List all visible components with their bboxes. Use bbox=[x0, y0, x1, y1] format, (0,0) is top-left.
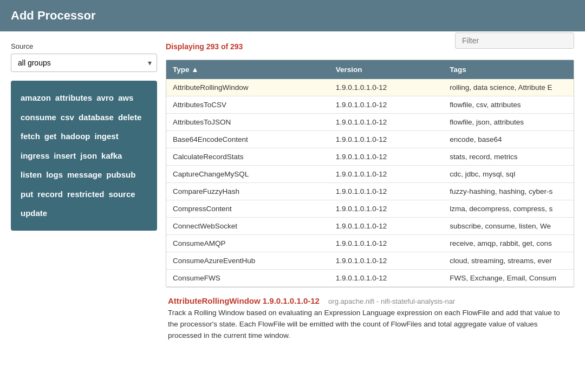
cell-version: 1.9.0.1.0.1.0-12 bbox=[329, 96, 444, 114]
cell-type: AttributeRollingWindow bbox=[166, 79, 329, 96]
cell-type: ConsumeFWS bbox=[166, 270, 329, 287]
cell-tags: lzma, decompress, compress, s bbox=[443, 200, 574, 218]
col-type[interactable]: Type ▲ bbox=[166, 60, 329, 79]
source-label: Source bbox=[11, 42, 157, 50]
cell-type: CalculateRecordStats bbox=[166, 148, 329, 166]
cell-tags: cloud, streaming, streams, ever bbox=[443, 252, 574, 270]
tag-item[interactable]: json bbox=[80, 147, 97, 165]
page-title: Add Processor bbox=[11, 9, 574, 23]
table-row[interactable]: Base64EncodeContent1.9.0.1.0.1.0-12encod… bbox=[166, 131, 574, 148]
tag-item[interactable]: ingress bbox=[21, 147, 49, 165]
cell-type: AttributesToJSON bbox=[166, 114, 329, 131]
tag-item[interactable]: consume bbox=[21, 109, 56, 126]
tag-item[interactable]: source bbox=[108, 186, 135, 203]
cell-type: CaptureChangeMySQL bbox=[166, 166, 329, 183]
table-row[interactable]: CaptureChangeMySQL1.9.0.1.0.1.0-12cdc, j… bbox=[166, 166, 574, 183]
tag-cloud: amazonattributesavroawsconsumecsvdatabas… bbox=[11, 81, 157, 231]
tag-item[interactable]: aws bbox=[118, 89, 133, 107]
tag-item[interactable]: amazon bbox=[21, 89, 51, 107]
cell-type: AttributesToCSV bbox=[166, 96, 329, 114]
header: Add Processor bbox=[0, 0, 585, 31]
cell-type: CompressContent bbox=[166, 200, 329, 218]
cell-version: 1.9.0.1.0.1.0-12 bbox=[329, 114, 444, 131]
table-row[interactable]: ConsumeAzureEventHub1.9.0.1.0.1.0-12clou… bbox=[166, 252, 574, 270]
tag-item[interactable]: kafka bbox=[101, 147, 122, 165]
cell-type: ConsumeAMQP bbox=[166, 235, 329, 252]
col-version[interactable]: Version bbox=[329, 60, 444, 79]
table-row[interactable]: AttributeRollingWindow1.9.0.1.0.1.0-12ro… bbox=[166, 79, 574, 96]
cell-tags: receive, amqp, rabbit, get, cons bbox=[443, 235, 574, 252]
displaying-info: Displaying 293 of 293 bbox=[166, 42, 243, 51]
cell-version: 1.9.0.1.0.1.0-12 bbox=[329, 148, 444, 166]
table-row[interactable]: ConsumeFWS1.9.0.1.0.1.0-12FWS, Exchange,… bbox=[166, 270, 574, 287]
cell-version: 1.9.0.1.0.1.0-12 bbox=[329, 79, 444, 96]
tag-item[interactable]: get bbox=[44, 128, 57, 145]
tag-item[interactable]: database bbox=[79, 109, 114, 126]
cell-version: 1.9.0.1.0.1.0-12 bbox=[329, 270, 444, 287]
cell-tags: FWS, Exchange, Email, Consum bbox=[443, 270, 574, 287]
table-row[interactable]: CalculateRecordStats1.9.0.1.0.1.0-12stat… bbox=[166, 148, 574, 166]
tag-item[interactable]: hadoop bbox=[61, 128, 90, 145]
tag-item[interactable]: ingest bbox=[95, 128, 119, 145]
detail-title: AttributeRollingWindow 1.9.0.1.0.1.0-12 … bbox=[168, 296, 572, 305]
table-row[interactable]: AttributesToCSV1.9.0.1.0.1.0-12flowfile,… bbox=[166, 96, 574, 114]
cell-tags: flowfile, csv, attributes bbox=[443, 96, 574, 114]
left-panel: Source all groups amazonattributesavroaw… bbox=[11, 42, 157, 342]
cell-tags: subscribe, consume, listen, We bbox=[443, 218, 574, 235]
cell-tags: cdc, jdbc, mysql, sql bbox=[443, 166, 574, 183]
cell-version: 1.9.0.1.0.1.0-12 bbox=[329, 252, 444, 270]
cell-tags: flowfile, json, attributes bbox=[443, 114, 574, 131]
tag-item[interactable]: attributes bbox=[55, 89, 92, 107]
col-tags[interactable]: Tags bbox=[443, 60, 574, 79]
tag-item[interactable]: insert bbox=[54, 147, 76, 165]
cell-version: 1.9.0.1.0.1.0-12 bbox=[329, 166, 444, 183]
cell-version: 1.9.0.1.0.1.0-12 bbox=[329, 183, 444, 200]
cell-type: ConsumeAzureEventHub bbox=[166, 252, 329, 270]
cell-type: Base64EncodeContent bbox=[166, 131, 329, 148]
table-row[interactable]: CompressContent1.9.0.1.0.1.0-12lzma, dec… bbox=[166, 200, 574, 218]
tag-item[interactable]: put bbox=[21, 186, 33, 203]
cell-version: 1.9.0.1.0.1.0-12 bbox=[329, 235, 444, 252]
tag-item[interactable]: delete bbox=[118, 109, 141, 126]
cell-tags: stats, record, metrics bbox=[443, 148, 574, 166]
cell-type: CompareFuzzyHash bbox=[166, 183, 329, 200]
table-header-row: Type ▲VersionTags bbox=[166, 60, 574, 79]
table-row[interactable]: AttributesToJSON1.9.0.1.0.1.0-12flowfile… bbox=[166, 114, 574, 131]
cell-type: ConnectWebSocket bbox=[166, 218, 329, 235]
tag-item[interactable]: restricted bbox=[67, 186, 104, 203]
detail-nar: org.apache.nifi - nifi-stateful-analysis… bbox=[328, 297, 455, 305]
detail-title-text: AttributeRollingWindow 1.9.0.1.0.1.0-12 bbox=[168, 296, 320, 305]
cell-tags: fuzzy-hashing, hashing, cyber-s bbox=[443, 183, 574, 200]
tag-item[interactable]: avro bbox=[96, 89, 114, 107]
tag-item[interactable]: record bbox=[37, 186, 63, 203]
tag-item[interactable]: message bbox=[67, 166, 102, 184]
table-row[interactable]: CompareFuzzyHash1.9.0.1.0.1.0-12fuzzy-ha… bbox=[166, 183, 574, 200]
tag-item[interactable]: pubsub bbox=[106, 166, 135, 184]
filter-input[interactable] bbox=[455, 32, 574, 49]
cell-version: 1.9.0.1.0.1.0-12 bbox=[329, 131, 444, 148]
table-body: AttributeRollingWindow1.9.0.1.0.1.0-12ro… bbox=[166, 79, 574, 287]
cell-tags: rolling, data science, Attribute E bbox=[443, 79, 574, 96]
tag-item[interactable]: csv bbox=[61, 109, 74, 126]
tag-item[interactable]: logs bbox=[46, 166, 63, 184]
tag-item[interactable]: listen bbox=[21, 166, 42, 184]
tag-item[interactable]: fetch bbox=[21, 128, 40, 145]
right-panel: Displaying 293 of 293 Type ▲VersionTags … bbox=[166, 42, 574, 342]
cell-version: 1.9.0.1.0.1.0-12 bbox=[329, 200, 444, 218]
detail-section: AttributeRollingWindow 1.9.0.1.0.1.0-12 … bbox=[166, 296, 574, 342]
tag-item[interactable]: update bbox=[21, 205, 47, 222]
table-row[interactable]: ConnectWebSocket1.9.0.1.0.1.0-12subscrib… bbox=[166, 218, 574, 235]
table-row[interactable]: ConsumeAMQP1.9.0.1.0.1.0-12receive, amqp… bbox=[166, 235, 574, 252]
cell-version: 1.9.0.1.0.1.0-12 bbox=[329, 218, 444, 235]
processor-table: Type ▲VersionTags AttributeRollingWindow… bbox=[166, 60, 574, 287]
detail-description: Track a Rolling Window based on evaluati… bbox=[168, 308, 572, 342]
cell-tags: encode, base64 bbox=[443, 131, 574, 148]
source-select[interactable]: all groups bbox=[11, 54, 157, 72]
